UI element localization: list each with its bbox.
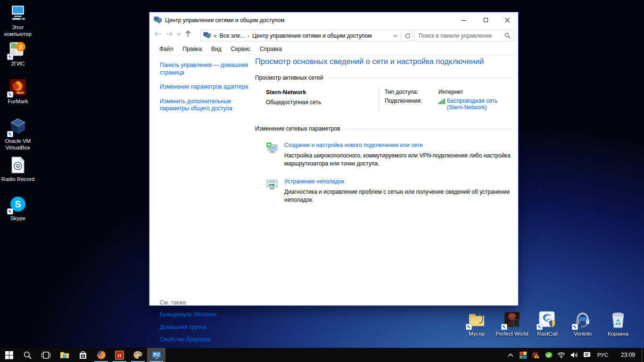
close-button[interactable] [496, 12, 518, 28]
shortcut-arrow-icon [7, 91, 13, 98]
desktop-icon-furmark[interactable]: Mark FurMark [0, 78, 36, 105]
taskbar: II РУС 23:09 [0, 348, 644, 362]
access-type-label: Тип доступа: [385, 89, 438, 95]
change-settings-section-header: Изменение сетевых параметров [255, 125, 513, 132]
lineage2-button[interactable]: II [110, 348, 129, 362]
2gis-icon: 2 [8, 40, 28, 59]
store-button[interactable] [74, 348, 92, 362]
connections-label: Подключения: [385, 98, 438, 111]
see-also-header: См. также [160, 299, 249, 306]
network-name: Stern-Network [266, 86, 379, 96]
breadcrumb-overflow[interactable]: « [214, 33, 217, 39]
shortcut-arrow-icon [537, 324, 543, 330]
desktop-icon-raidcall[interactable]: RaidCall [529, 310, 565, 337]
taskbar-search-button[interactable] [18, 348, 37, 362]
active-network-block: Stern-Network Общедоступная сеть Тип дос… [255, 86, 513, 113]
desktop-icon-radio-record[interactable]: Radio Record [0, 156, 36, 182]
desktop-icon-2gis[interactable]: 2 2ГИС [0, 40, 36, 67]
network-window-icon [154, 16, 162, 24]
svg-text:2: 2 [19, 43, 22, 50]
new-connection-icon [266, 142, 278, 154]
sidebar-item-change-adapter-settings[interactable]: Изменение параметров адаптера [160, 83, 250, 91]
paint-palette-button[interactable] [129, 348, 147, 362]
window-content: Панель управления — домашняя страница Из… [149, 56, 518, 305]
troubleshoot-desc: Диагностика и исправление проблем с сеть… [284, 188, 513, 205]
active-networks-section-header: Просмотр активных сетей [255, 74, 513, 81]
new-connection-link[interactable]: Создание и настройка нового подключения … [284, 142, 513, 148]
breadcrumb-item[interactable]: Все эле... [220, 33, 245, 39]
desktop-icon-this-pc[interactable]: Этот компьютер [0, 4, 36, 38]
menu-file[interactable]: Файл [159, 44, 178, 54]
maximize-button[interactable] [475, 12, 496, 28]
shortcut-arrow-icon [7, 54, 13, 60]
file-explorer-button[interactable] [55, 348, 74, 362]
taskbar-clock[interactable]: 23:09 [614, 352, 638, 358]
menu-edit[interactable]: Правка [178, 44, 207, 54]
desktop-icon-virtualbox[interactable]: Oracle VM VirtualBox [0, 117, 36, 151]
hidden-icons-chevron-icon[interactable] [506, 351, 515, 359]
shortcut-arrow-icon [572, 324, 578, 330]
forward-button[interactable] [165, 31, 173, 37]
troubleshoot-link[interactable]: Устранение неполадок [284, 178, 513, 185]
wifi-signal-icon [438, 99, 445, 111]
troubleshoot-icon [266, 178, 278, 190]
minimize-button[interactable] [453, 12, 475, 28]
wifi-tray-icon[interactable] [557, 351, 566, 359]
up-button[interactable] [185, 30, 191, 37]
svg-text:Mark: Mark [17, 91, 24, 94]
virtualbox-icon [8, 117, 28, 136]
back-button[interactable] [154, 31, 162, 37]
shortcut-arrow-icon [466, 324, 472, 330]
see-also-homegroup[interactable]: Домашняя группа [160, 324, 249, 331]
search-icon[interactable] [504, 33, 511, 39]
breadcrumb-separator-icon[interactable]: › [248, 33, 249, 39]
rubik-cube-tray-icon[interactable] [519, 351, 528, 359]
page-title: Просмотр основных сведений о сети и наст… [255, 57, 513, 66]
address-bar[interactable]: « Все эле... › Центр управления сетями и… [200, 30, 401, 41]
show-desktop-button[interactable] [642, 348, 644, 362]
address-dropdown-icon[interactable] [392, 34, 399, 37]
network-kind: Общедоступная сеть [266, 99, 379, 106]
connection-link[interactable]: Беспроводная сеть (Stern-Network) [447, 98, 497, 111]
see-also-internet-options[interactable]: Свойства браузера [160, 336, 249, 344]
menu-tools[interactable]: Сервис [226, 44, 255, 54]
desktop-icon-label: Radio Record [0, 176, 36, 182]
access-type-value: Интернет [438, 89, 463, 95]
control-panel-active-button[interactable] [147, 348, 165, 362]
firefox-button[interactable] [92, 348, 110, 362]
task-troubleshoot: Устранение неполадок Диагностика и испра… [266, 178, 513, 205]
desktop-icon-perfect-world[interactable]: Perfect World [494, 310, 530, 337]
start-button[interactable] [0, 348, 18, 362]
sidebar-item-control-panel-home[interactable]: Панель управления — домашняя страница [160, 62, 250, 76]
search-input[interactable]: Поиск в панели управления [414, 30, 514, 41]
desktop-icon-label: 2ГИС [0, 60, 36, 67]
green-check-tray-icon[interactable] [545, 351, 553, 359]
task-new-connection: Создание и настройка нового подключения … [266, 142, 513, 168]
furmark-icon: Mark [8, 78, 28, 97]
action-center-icon[interactable] [583, 351, 591, 359]
folder-icon [467, 310, 487, 329]
window-titlebar[interactable]: Центр управления сетями и общим доступом [149, 12, 518, 28]
desktop-icon-musor[interactable]: Мусор [459, 310, 495, 337]
menu-help[interactable]: Справка [255, 44, 287, 54]
network-address-icon [203, 32, 211, 39]
desktop-icon-label: Perfect World [494, 330, 530, 337]
desktop-icon-recycle-bin[interactable]: Корзина [600, 310, 636, 337]
menu-view[interactable]: Вид [206, 44, 226, 54]
desktop-icon-label: Этот компьютер [0, 24, 36, 38]
window-title: Центр управления сетями и общим доступом [165, 17, 453, 24]
breadcrumb-item-current[interactable]: Центр управления сетями и общим доступом [252, 33, 372, 39]
language-indicator[interactable]: РУС [595, 352, 610, 358]
kaspersky-warning-tray-icon[interactable] [532, 351, 540, 359]
desktop-icon-skype[interactable]: S Skype [0, 195, 36, 222]
recent-pages-dropdown-icon[interactable] [177, 33, 181, 35]
refresh-button[interactable] [403, 30, 413, 41]
task-view-button[interactable] [37, 348, 55, 362]
shortcut-arrow-icon [7, 208, 13, 214]
raidcall-icon [537, 310, 557, 329]
desktop-icon-ventrilo[interactable]: Ventrilo [565, 310, 601, 337]
sidebar-item-advanced-sharing-settings[interactable]: Изменить дополнительные параметры общего… [160, 98, 250, 113]
see-also-windows-firewall[interactable]: Брандмауэр Windows [160, 311, 249, 319]
desktop-icon-label: Корзина [600, 330, 636, 337]
volume-tray-icon[interactable] [570, 351, 578, 359]
